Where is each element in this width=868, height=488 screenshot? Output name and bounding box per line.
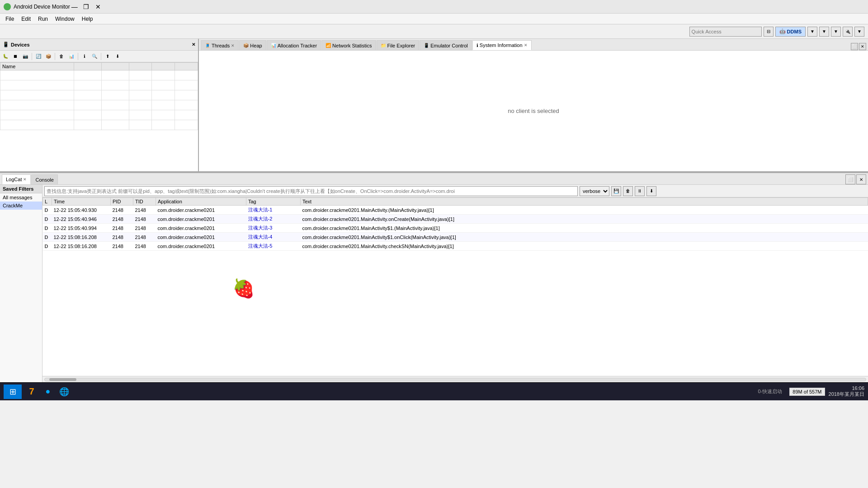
device-col6 xyxy=(175,90,198,100)
col-level-header: L xyxy=(43,198,52,206)
logcat-main: verbose debug info warn error 💾 🗑 ⏸ ⬇ L … xyxy=(42,185,868,382)
toolbar-dropdown-btn-1[interactable]: ▼ xyxy=(807,27,817,37)
logcat-scroll-btn[interactable]: ⬇ xyxy=(646,186,656,196)
toolbar-dropdown-btn-3[interactable]: ▼ xyxy=(831,27,841,37)
restore-right-panel-btn[interactable]: ✕ xyxy=(859,43,866,50)
taskbar-icon-7[interactable]: 7 xyxy=(24,384,40,400)
window-controls: — ❐ ✕ xyxy=(70,2,103,11)
memory-status: 89M of 557M xyxy=(789,388,825,396)
tab-sysinfo-label: System Information xyxy=(480,42,523,48)
logcat-toggle-btn[interactable]: ⏸ xyxy=(635,186,645,196)
tab-emulator-label: Emulator Control xyxy=(430,43,468,48)
toolbar-dropdown-btn-4[interactable]: 🔌 xyxy=(843,27,853,37)
log-app: com.droider.crackme0201 xyxy=(156,215,246,224)
verbose-select[interactable]: verbose debug info warn error xyxy=(580,186,609,196)
heap-icon: 📦 xyxy=(243,43,249,48)
toolbar-dropdown-btn-5[interactable]: ▼ xyxy=(854,27,864,37)
ptb-debug-btn[interactable]: 🐛 xyxy=(1,52,10,61)
log-app: com.droider.crackme0201 xyxy=(156,206,246,215)
log-pid: 2148 xyxy=(111,224,133,233)
bottom-right-controls: ⬜ ✕ xyxy=(845,174,866,184)
log-text: com.droider.crackme0201.MainActivity.che… xyxy=(301,242,868,251)
ptb-gc-btn[interactable]: 🗑 xyxy=(57,52,66,61)
device-name-cell xyxy=(0,90,74,100)
toolbar-dropdown-btn-2[interactable]: ▼ xyxy=(819,27,829,37)
network-icon: 📶 xyxy=(326,43,331,48)
ptb-dump-btn[interactable]: ⬆ xyxy=(103,52,112,61)
allocation-icon: 📊 xyxy=(271,43,276,48)
device-col3 xyxy=(101,70,129,80)
log-text: com.droider.crackme0201.MainActivity.(Ma… xyxy=(301,206,868,215)
ptb-alloc-btn[interactable]: 📊 xyxy=(67,52,76,61)
bottom-maximize-btn[interactable]: ⬜ xyxy=(845,174,855,184)
filter-all-messages[interactable]: All messages xyxy=(0,193,42,202)
taskbar-icon-browser[interactable]: 🌐 xyxy=(56,384,72,400)
taskbar-clock: 16:06 2018年某月某日 xyxy=(829,385,864,398)
ptb-update-heap-btn[interactable]: 📦 xyxy=(44,52,53,61)
ptb-divider-3 xyxy=(78,53,78,60)
menu-file[interactable]: File xyxy=(2,15,18,23)
devices-close-icon[interactable]: ✕ xyxy=(192,42,195,47)
tab-logcat[interactable]: LogCat ✕ xyxy=(2,174,31,184)
tab-threads[interactable]: 🧵 Threads ✕ xyxy=(201,40,239,50)
toolbar-icon-btn-1[interactable]: ⊟ xyxy=(764,27,774,37)
log-tid: 2148 xyxy=(133,233,156,242)
tab-threads-close[interactable]: ✕ xyxy=(231,43,235,48)
ptb-method-btn[interactable]: ⬇ xyxy=(113,52,122,61)
toolbar: ⊟ 🤖 DDMS ▼ ▼ ▼ 🔌 ▼ xyxy=(0,24,868,39)
maximize-right-panel-btn[interactable]: ⬜ xyxy=(851,43,858,50)
col-tag-header: Tag xyxy=(246,198,301,206)
table-row xyxy=(0,120,198,130)
menu-run[interactable]: Run xyxy=(34,15,52,23)
menu-help[interactable]: Help xyxy=(78,15,97,23)
ptb-update-threads-btn[interactable]: 🔄 xyxy=(34,52,43,61)
h-scroll-thumb[interactable] xyxy=(49,378,76,381)
table-row xyxy=(0,110,198,120)
quick-launch-area: 0-快速启动 xyxy=(758,388,783,395)
tab-content-area: no client is selected xyxy=(199,51,868,171)
menu-window[interactable]: Window xyxy=(52,15,78,23)
menu-edit[interactable]: Edit xyxy=(18,15,34,23)
logcat-clear-btn[interactable]: 🗑 xyxy=(623,186,633,196)
tab-console[interactable]: Console xyxy=(31,174,57,184)
h-scroll-track[interactable] xyxy=(44,378,866,381)
tab-sysinfo-close[interactable]: ✕ xyxy=(524,43,528,47)
tab-network[interactable]: 📶 Network Statistics xyxy=(321,40,376,50)
tab-logcat-close[interactable]: ✕ xyxy=(23,177,27,182)
tab-allocation[interactable]: 📊 Allocation Tracker xyxy=(267,40,321,50)
tab-heap[interactable]: 📦 Heap xyxy=(239,40,266,50)
device-col4 xyxy=(129,90,152,100)
ptb-screen-btn[interactable]: 🔍 xyxy=(90,52,99,61)
maximize-button[interactable]: ❐ xyxy=(82,2,91,11)
ddms-button[interactable]: 🤖 DDMS xyxy=(775,27,806,37)
table-row xyxy=(0,100,198,110)
col-2-header xyxy=(74,63,101,70)
tab-file-explorer-label: File Explorer xyxy=(387,43,415,48)
close-button[interactable]: ✕ xyxy=(94,2,103,11)
filter-crackme[interactable]: CrackMe xyxy=(0,202,42,210)
tab-threads-label: Threads xyxy=(212,43,230,48)
tab-file-explorer[interactable]: 📁 File Explorer xyxy=(377,40,420,50)
logcat-save-btn[interactable]: 💾 xyxy=(611,186,621,196)
tab-sysinfo[interactable]: ℹ System Information ✕ xyxy=(472,40,532,50)
filter-crackme-label: CrackMe xyxy=(3,203,23,208)
log-tid: 2148 xyxy=(133,206,156,215)
device-col4 xyxy=(129,80,152,90)
taskbar-start-button[interactable]: ⊞ xyxy=(4,385,22,399)
log-tag: 注魂大法-2 xyxy=(246,215,301,224)
app-title: Android Device Monitor xyxy=(14,4,70,10)
quick-access-input[interactable] xyxy=(689,27,762,37)
log-table-row: D 12-22 15:08:16.208 2148 2148 com.droid… xyxy=(43,233,868,242)
ptb-sysinfo-btn[interactable]: ℹ xyxy=(80,52,89,61)
bottom-restore-btn[interactable]: ✕ xyxy=(856,174,866,184)
taskbar-icon-circle[interactable]: ● xyxy=(40,384,56,400)
minimize-button[interactable]: — xyxy=(70,2,79,11)
ptb-screenshot-btn[interactable]: 📷 xyxy=(21,52,30,61)
quick-launch-label: 0-快速启动 xyxy=(758,389,783,394)
logcat-search-input[interactable] xyxy=(44,186,578,196)
tab-emulator[interactable]: 📱 Emulator Control xyxy=(420,40,472,50)
device-col3 xyxy=(101,100,129,110)
device-col5 xyxy=(152,110,175,120)
log-tag: 注魂大法-4 xyxy=(246,233,301,242)
ptb-stop-btn[interactable]: ⏹ xyxy=(11,52,20,61)
